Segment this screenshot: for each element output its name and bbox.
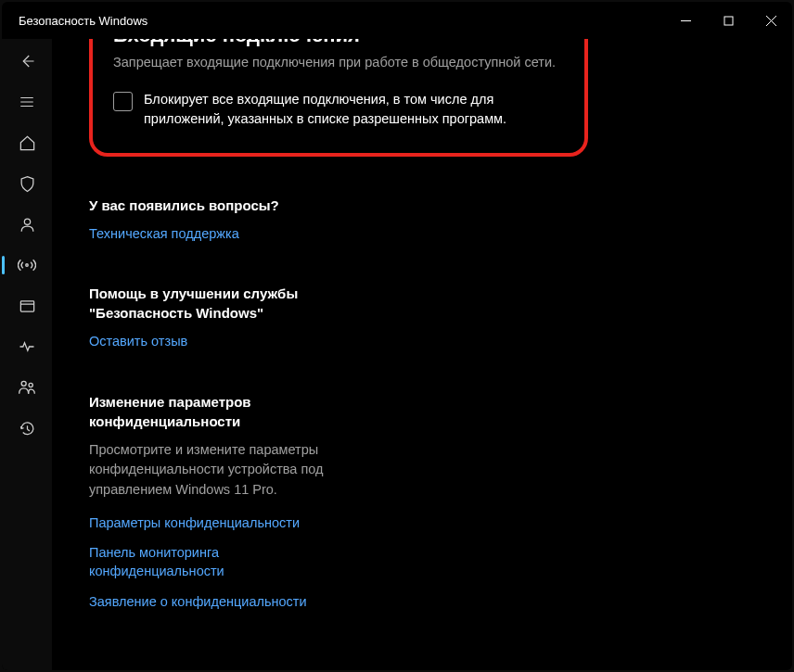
maximize-button[interactable] — [707, 2, 749, 39]
block-incoming-label: Блокирует все входящие подключения, в то… — [144, 90, 564, 129]
privacy-body: Просмотрите и измените параметры конфиде… — [89, 440, 349, 501]
privacy-heading: Изменение параметров конфиденциальности — [89, 392, 349, 431]
svg-point-8 — [24, 219, 30, 224]
incoming-heading: Входящие подключения — [113, 39, 564, 47]
incoming-connections-panel: Входящие подключения Запрещает входящие … — [89, 39, 588, 157]
history-icon[interactable] — [2, 408, 52, 449]
close-button[interactable] — [749, 2, 792, 39]
menu-icon[interactable] — [2, 82, 52, 122]
block-incoming-checkbox[interactable] — [113, 92, 133, 111]
feedback-heading: Помощь в улучшении службы "Безопасность … — [89, 284, 349, 323]
window-title: Безопасность Windows — [19, 14, 147, 28]
privacy-dashboard-link[interactable]: Панель мониторинга конфиденциальности — [89, 543, 349, 581]
app-browser-icon[interactable] — [2, 285, 52, 326]
svg-point-9 — [26, 264, 29, 267]
feedback-section: Помощь в улучшении службы "Безопасность … — [89, 284, 349, 350]
privacy-settings-link[interactable]: Параметры конфиденциальности — [89, 514, 349, 532]
back-button[interactable] — [2, 41, 52, 82]
content-scroll[interactable]: Входящие подключения Запрещает входящие … — [52, 39, 792, 670]
family-icon[interactable] — [2, 367, 52, 408]
shield-icon[interactable] — [2, 163, 52, 204]
svg-rect-10 — [20, 300, 33, 311]
svg-point-13 — [29, 383, 32, 387]
svg-line-15 — [27, 429, 29, 431]
questions-section: У вас появились вопросы? Техническая под… — [89, 196, 349, 243]
questions-heading: У вас появились вопросы? — [89, 196, 349, 215]
device-health-icon[interactable] — [2, 326, 52, 367]
feedback-link[interactable]: Оставить отзыв — [89, 332, 349, 350]
privacy-statement-link[interactable]: Заявление о конфиденциальности — [89, 592, 349, 611]
firewall-icon[interactable] — [2, 245, 52, 285]
tech-support-link[interactable]: Техническая поддержка — [89, 224, 349, 243]
app-window: Безопасность Windows — [2, 2, 792, 670]
account-icon[interactable] — [2, 204, 52, 245]
minimize-button[interactable] — [664, 2, 707, 39]
privacy-section: Изменение параметров конфиденциальности … — [89, 392, 349, 611]
sidebar — [2, 39, 52, 670]
home-icon[interactable] — [2, 122, 52, 163]
titlebar: Безопасность Windows — [2, 2, 792, 39]
svg-point-12 — [21, 381, 26, 386]
block-incoming-row: Блокирует все входящие подключения, в то… — [113, 90, 564, 129]
window-controls — [664, 2, 792, 39]
incoming-description: Запрещает входящие подключения при работ… — [113, 55, 564, 70]
svg-rect-1 — [724, 17, 733, 25]
